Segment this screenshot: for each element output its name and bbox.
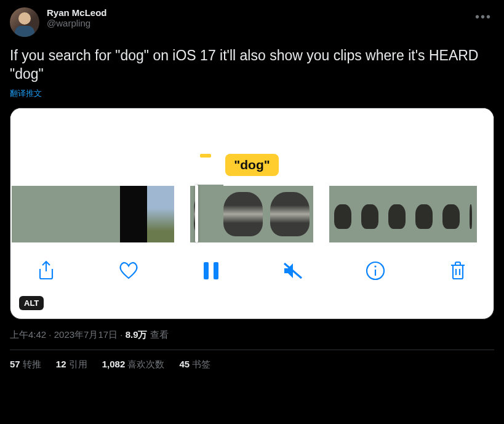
ellipsis-icon: ••• bbox=[475, 10, 492, 23]
pause-icon bbox=[202, 261, 220, 281]
pause-button[interactable] bbox=[198, 257, 225, 284]
avatar[interactable] bbox=[10, 7, 39, 37]
retweets-stat[interactable]: 57 转推 bbox=[10, 359, 41, 370]
clip-thumb bbox=[120, 186, 147, 242]
share-button[interactable] bbox=[33, 257, 60, 284]
clip-thumb bbox=[266, 186, 313, 242]
clip-thumb bbox=[66, 186, 93, 242]
tweet-date[interactable]: 2023年7月17日 bbox=[54, 329, 118, 340]
clip-thumb bbox=[147, 186, 174, 242]
views-label: 查看 bbox=[148, 329, 169, 340]
views-count: 8.9万 bbox=[126, 329, 148, 340]
like-button[interactable] bbox=[115, 257, 142, 284]
clip-thumb bbox=[12, 186, 39, 242]
clip-group-1[interactable] bbox=[12, 186, 174, 242]
tweet-text: If you search for "dog" on iOS 17 it'll … bbox=[10, 47, 494, 84]
playhead-marker[interactable] bbox=[196, 185, 223, 241]
clip-thumb bbox=[383, 186, 410, 242]
tweet-time[interactable]: 上午4:42 bbox=[10, 329, 46, 340]
clip-group-3[interactable] bbox=[329, 186, 477, 242]
svg-rect-0 bbox=[204, 262, 209, 279]
translate-link[interactable]: 翻译推文 bbox=[10, 88, 42, 99]
clip-thumb bbox=[465, 186, 477, 242]
mute-button[interactable] bbox=[279, 257, 306, 284]
clip-group-2[interactable] bbox=[190, 186, 313, 242]
svg-rect-1 bbox=[214, 262, 218, 279]
bookmarks-stat[interactable]: 45 书签 bbox=[179, 359, 210, 370]
clip-thumb bbox=[220, 186, 266, 242]
media-attachment[interactable]: "dog" bbox=[10, 108, 494, 319]
mute-icon bbox=[282, 261, 304, 281]
display-name[interactable]: Ryan McLeod bbox=[47, 7, 465, 18]
trash-icon bbox=[449, 260, 467, 281]
share-icon bbox=[36, 260, 56, 281]
info-icon bbox=[366, 261, 385, 281]
likes-stat[interactable]: 1,082 喜欢次数 bbox=[102, 359, 165, 370]
tweet-stats: 57 转推 12 引用 1,082 喜欢次数 45 书签 bbox=[10, 350, 494, 370]
tweet-meta: 上午4:42 · 2023年7月17日 · 8.9万 查看 bbox=[10, 329, 494, 350]
info-button[interactable] bbox=[362, 257, 389, 284]
clip-thumb bbox=[356, 186, 383, 242]
user-info: Ryan McLeod @warpling bbox=[47, 7, 465, 28]
trash-button[interactable] bbox=[444, 257, 471, 284]
svg-point-3 bbox=[375, 265, 377, 267]
media-toolbar bbox=[10, 244, 494, 284]
media-spacer bbox=[10, 108, 494, 154]
quotes-stat[interactable]: 12 引用 bbox=[56, 359, 87, 370]
clip-thumb bbox=[438, 186, 465, 242]
search-term-badge: "dog" bbox=[225, 154, 278, 176]
clip-thumb bbox=[329, 186, 356, 242]
clip-thumb bbox=[93, 186, 120, 242]
video-timeline[interactable] bbox=[10, 185, 494, 244]
more-options-button[interactable]: ••• bbox=[473, 7, 494, 26]
user-handle[interactable]: @warpling bbox=[47, 18, 465, 28]
clip-thumb bbox=[39, 186, 66, 242]
alt-text-badge[interactable]: ALT bbox=[19, 296, 44, 310]
heart-icon bbox=[118, 261, 140, 281]
clip-thumb bbox=[410, 186, 438, 242]
